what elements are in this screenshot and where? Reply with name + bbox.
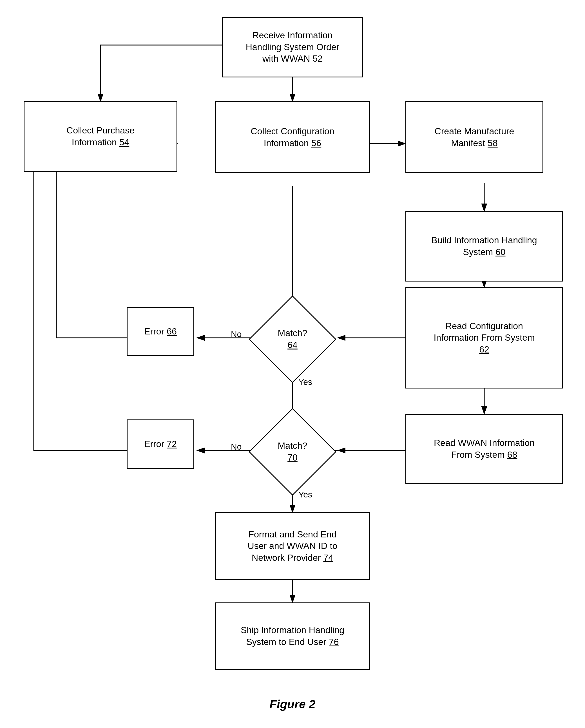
match64-yes-label: Yes (299, 377, 312, 387)
collect-config-label: Collect ConfigurationInformation 56 (251, 126, 334, 149)
match70-wrapper: Match?70 (259, 418, 326, 486)
flowchart-diagram: Receive Information Handling System Orde… (0, 0, 585, 728)
error72-box: Error 72 (127, 419, 194, 469)
read-wwan-box: Read WWAN InformationFrom System 68 (405, 414, 563, 484)
error66-label: Error 66 (144, 326, 177, 338)
figure-caption: Figure 2 (270, 698, 315, 711)
build-system-box: Build Information HandlingSystem 60 (405, 211, 563, 282)
collect-purchase-box: Collect PurchaseInformation 54 (24, 101, 177, 172)
format-send-label: Format and Send EndUser and WWAN ID toNe… (248, 529, 337, 564)
match64-label: Match?64 (278, 328, 307, 351)
collect-purchase-label: Collect PurchaseInformation 54 (67, 125, 134, 148)
match70-label: Match?70 (278, 440, 307, 463)
receive-order-label: Receive Information Handling System Orde… (246, 30, 339, 65)
ship-label: Ship Information HandlingSystem to End U… (241, 624, 344, 648)
match64-no-label: No (231, 329, 241, 339)
match70-yes-label: Yes (299, 490, 312, 499)
receive-order-box: Receive Information Handling System Orde… (222, 17, 363, 77)
collect-config-box: Collect ConfigurationInformation 56 (215, 101, 370, 173)
error66-box: Error 66 (127, 307, 194, 356)
create-manifest-box: Create ManufactureManifest 58 (405, 101, 543, 173)
match64-wrapper: Match?64 (259, 306, 326, 373)
match70-no-label: No (231, 442, 241, 451)
ship-box: Ship Information HandlingSystem to End U… (215, 602, 370, 670)
format-send-box: Format and Send EndUser and WWAN ID toNe… (215, 512, 370, 580)
read-config-box: Read ConfigurationInformation From Syste… (405, 287, 563, 389)
read-config-label: Read ConfigurationInformation From Syste… (434, 320, 535, 356)
error72-label: Error 72 (144, 438, 177, 450)
create-manifest-label: Create ManufactureManifest 58 (435, 126, 514, 149)
build-system-label: Build Information HandlingSystem 60 (431, 234, 537, 258)
read-wwan-label: Read WWAN InformationFrom System 68 (434, 437, 535, 461)
